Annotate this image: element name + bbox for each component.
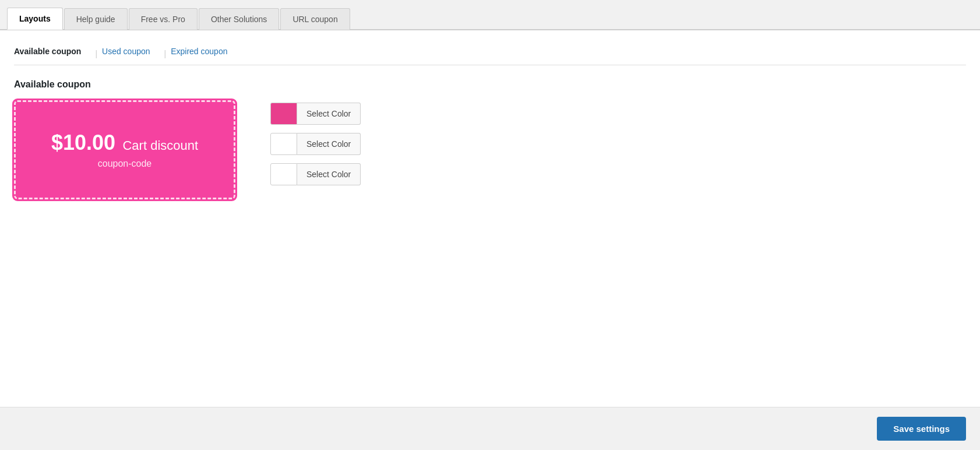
color-select-button-1[interactable]: Select Color [297, 103, 361, 125]
color-swatch-1[interactable] [270, 103, 297, 125]
coupon-description: Cart discount [122, 138, 198, 153]
color-swatch-2[interactable] [270, 133, 297, 155]
footer: Save settings [0, 407, 980, 450]
tab-help-guide[interactable]: Help guide [64, 8, 128, 30]
tab-other-solutions[interactable]: Other Solutions [199, 8, 280, 30]
sub-tab-divider-1: | [95, 49, 97, 58]
tabs-bar: Layouts Help guide Free vs. Pro Other So… [0, 0, 980, 30]
content-row: $10.00 Cart discount coupon-code Select … [14, 100, 966, 199]
color-select-button-3[interactable]: Select Color [297, 163, 361, 185]
sub-tab-divider-2: | [164, 49, 167, 58]
page-wrapper: Layouts Help guide Free vs. Pro Other So… [0, 0, 980, 450]
color-select-button-2[interactable]: Select Color [297, 133, 361, 155]
coupon-code: coupon-code [98, 159, 152, 169]
sub-tab-used[interactable]: Used coupon [102, 42, 160, 65]
coupon-amount: $10.00 [51, 131, 115, 154]
tab-layouts[interactable]: Layouts [7, 8, 63, 30]
color-selector-row-2: Select Color [270, 133, 361, 155]
save-settings-button[interactable]: Save settings [877, 417, 966, 441]
tab-free-vs-pro[interactable]: Free vs. Pro [129, 8, 198, 30]
color-selectors: Select Color Select Color Select Color [270, 100, 361, 185]
tab-url-coupon[interactable]: URL coupon [280, 8, 350, 30]
coupon-amount-row: $10.00 Cart discount [51, 131, 198, 155]
coupon-preview: $10.00 Cart discount coupon-code [14, 100, 235, 199]
sub-tab-expired[interactable]: Expired coupon [171, 42, 237, 65]
color-selector-row-3: Select Color [270, 163, 361, 185]
section-title: Available coupon [14, 79, 966, 90]
color-swatch-3[interactable] [270, 163, 297, 185]
color-selector-row-1: Select Color [270, 103, 361, 125]
main-content: Available coupon | Used coupon | Expired… [0, 30, 980, 407]
sub-tabs: Available coupon | Used coupon | Expired… [14, 42, 966, 65]
sub-tab-available[interactable]: Available coupon [14, 42, 90, 65]
